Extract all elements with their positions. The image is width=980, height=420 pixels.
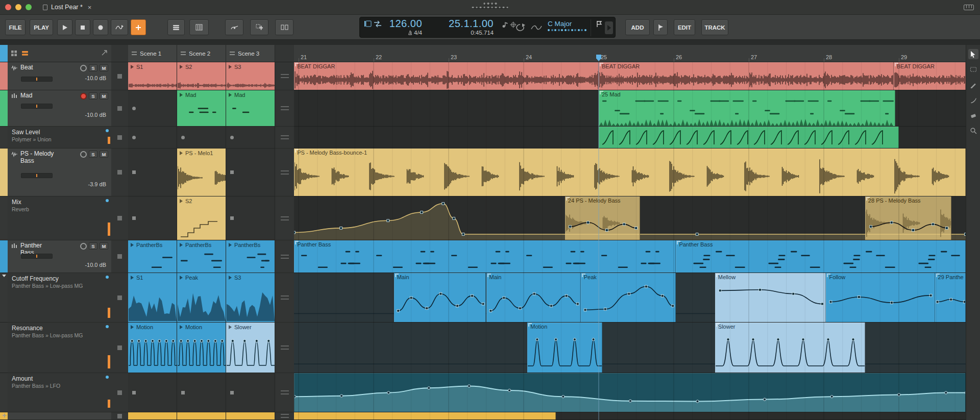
grid-view-icon[interactable] bbox=[11, 50, 17, 57]
empty-clip-slot[interactable] bbox=[177, 373, 226, 412]
arranger-clip[interactable]: PS - Melody Bass-bounce-1 bbox=[294, 149, 966, 196]
volume-fader[interactable] bbox=[21, 104, 53, 109]
empty-clip-slot[interactable] bbox=[177, 127, 226, 148]
arranger-lane-mad[interactable]: 25 Mad bbox=[294, 90, 966, 127]
play-button[interactable] bbox=[57, 19, 72, 35]
arranger-lane-cutoff[interactable]: MainMainPeakMellowFollow29 Panthe bbox=[294, 273, 966, 323]
clip-slot[interactable]: PantherBs bbox=[128, 240, 177, 273]
arranger-lane-resonance[interactable]: MotionSlower bbox=[294, 323, 966, 373]
close-window-button[interactable] bbox=[5, 4, 11, 10]
arranger-lane-mix[interactable]: 24 PS - Melody Bass28 PS - Melody Bass bbox=[294, 196, 966, 240]
arranger-clip[interactable] bbox=[294, 373, 966, 412]
track-header-saw[interactable]: Saw LevelPolymer » Union bbox=[8, 127, 111, 149]
arranger-clip[interactable]: Peak bbox=[581, 273, 676, 323]
empty-clip-slot[interactable] bbox=[226, 149, 275, 196]
clip-slot[interactable] bbox=[177, 412, 226, 419]
arranger-lane-beat[interactable]: BEAT DIGGARBEAT DIGGARBEAT DIGGAR bbox=[294, 62, 966, 90]
maximize-window-button[interactable] bbox=[26, 4, 32, 10]
automation-editor-button[interactable] bbox=[225, 19, 243, 35]
track-header-amount[interactable]: AmountPanther Bass » LFO bbox=[8, 373, 111, 412]
arranger-clip[interactable] bbox=[294, 412, 556, 420]
empty-clip-slot[interactable] bbox=[128, 196, 177, 240]
arranger-clip[interactable]: Main bbox=[486, 273, 581, 323]
arranger-clip[interactable]: Follow bbox=[826, 273, 935, 323]
launch-quantize-icon[interactable] bbox=[502, 21, 508, 28]
arranger-clip[interactable]: 29 Panthe bbox=[935, 273, 966, 323]
arranger-clip[interactable]: 28 PS - Melody Bass bbox=[865, 196, 951, 240]
arranger-lane-panther[interactable]: Panther BassPanther Bass bbox=[294, 240, 966, 273]
track-header-resonance[interactable]: ResonancePanther Bass » Low-pass MG bbox=[8, 323, 111, 373]
knife-tool[interactable] bbox=[968, 95, 978, 105]
empty-clip-slot[interactable] bbox=[128, 90, 177, 126]
key-signature[interactable]: C Major bbox=[548, 20, 586, 28]
loop-icon[interactable] bbox=[514, 23, 526, 43]
track-stop-button[interactable] bbox=[117, 295, 122, 300]
track-stop-button[interactable] bbox=[117, 135, 122, 140]
volume-fader[interactable] bbox=[21, 77, 53, 82]
clip-slot[interactable]: S3 bbox=[226, 62, 275, 90]
volume-value[interactable]: -10.0 dB bbox=[85, 75, 106, 81]
overdub-toggle-button[interactable] bbox=[131, 19, 146, 35]
mute-button[interactable]: M bbox=[100, 92, 108, 100]
track-stop-button[interactable] bbox=[117, 106, 122, 111]
automation-value-meter[interactable] bbox=[108, 355, 110, 368]
edit-button[interactable]: EDIT bbox=[674, 19, 695, 35]
clip-slot[interactable] bbox=[226, 412, 275, 419]
arranger-clip[interactable]: 25 Mad bbox=[599, 90, 895, 127]
clip-slot[interactable]: Peak bbox=[177, 273, 226, 322]
volume-value[interactable]: -10.0 dB bbox=[85, 262, 106, 268]
arranger-clip[interactable] bbox=[599, 127, 899, 149]
playhead-marker[interactable] bbox=[596, 55, 601, 61]
arranger-lane-saw[interactable] bbox=[294, 127, 966, 149]
song-time[interactable]: 0:45.714 bbox=[431, 30, 494, 36]
clip-slot[interactable]: S2 bbox=[177, 196, 226, 240]
track-stop-button[interactable] bbox=[117, 414, 122, 418]
timeline-ruler[interactable]: 212223242526272829 bbox=[294, 45, 966, 62]
solo-button[interactable]: S bbox=[89, 64, 97, 71]
empty-clip-slot[interactable] bbox=[128, 373, 177, 412]
clip-slot[interactable]: S1 bbox=[128, 273, 177, 322]
automation-write-button[interactable] bbox=[111, 19, 128, 35]
mixer-view-button[interactable] bbox=[189, 19, 209, 35]
automation-value-meter[interactable] bbox=[108, 400, 110, 408]
stop-button[interactable] bbox=[75, 19, 90, 35]
record-arm-button[interactable] bbox=[80, 151, 87, 158]
track-stop-button[interactable] bbox=[117, 74, 122, 79]
track-header-mix[interactable]: MixReverb bbox=[8, 196, 111, 240]
track-stop-button[interactable] bbox=[117, 254, 122, 259]
time-signature[interactable]: 4/4 bbox=[380, 30, 422, 36]
clip-slot[interactable]: S2 bbox=[177, 62, 226, 90]
arranger-clip[interactable]: Slower bbox=[715, 323, 865, 373]
arranger-clip[interactable]: BEAT DIGGAR bbox=[294, 62, 599, 90]
clip-slot[interactable]: Mad bbox=[177, 90, 226, 126]
record-arm-button[interactable] bbox=[80, 93, 87, 100]
track-header-beat[interactable]: BeatSM-10.0 dB bbox=[8, 62, 111, 90]
track-stop-button[interactable] bbox=[117, 170, 122, 175]
track-resize-handle[interactable] bbox=[281, 345, 289, 350]
track-resize-handle[interactable] bbox=[281, 106, 289, 110]
close-project-icon[interactable]: × bbox=[88, 4, 92, 11]
track-header-bottom[interactable] bbox=[8, 412, 111, 420]
clip-slot[interactable]: PantherBs bbox=[177, 240, 226, 273]
automation-value-meter[interactable] bbox=[108, 308, 110, 318]
tempo-value[interactable]: 126.00 bbox=[380, 18, 422, 30]
clip-slot[interactable]: PantherBs bbox=[226, 240, 275, 273]
empty-clip-slot[interactable] bbox=[226, 373, 275, 412]
pointer-tool[interactable] bbox=[968, 49, 978, 59]
track-resize-handle[interactable] bbox=[281, 414, 289, 418]
empty-clip-slot[interactable] bbox=[128, 149, 177, 196]
clip-slot[interactable]: Slower bbox=[226, 323, 275, 373]
track-resize-handle[interactable] bbox=[281, 170, 289, 175]
marker-flag-icon[interactable] bbox=[596, 20, 603, 40]
solo-button[interactable]: S bbox=[89, 151, 97, 158]
mute-button[interactable]: M bbox=[100, 64, 108, 71]
time-select-tool[interactable] bbox=[968, 64, 978, 75]
scene-header-2[interactable]: Scene 2 bbox=[177, 45, 226, 62]
arranger-clip[interactable]: BEAT DIGGAR bbox=[599, 62, 894, 90]
keyboard-icon[interactable] bbox=[964, 5, 974, 12]
solo-button[interactable]: S bbox=[89, 242, 97, 250]
rows-view-icon[interactable] bbox=[21, 51, 29, 56]
track-header-ps[interactable]: PS - Melody BassSM-3.9 dB bbox=[8, 149, 111, 196]
punch-in-icon[interactable] bbox=[364, 20, 372, 28]
arranger-clip[interactable]: 24 PS - Melody Bass bbox=[565, 196, 640, 240]
